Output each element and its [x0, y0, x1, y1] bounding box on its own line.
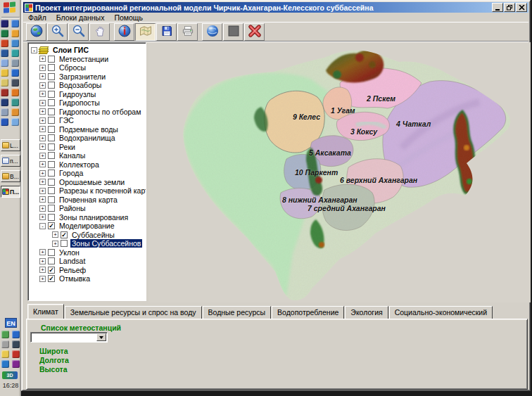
- app-shortcut-icon[interactable]: [1, 79, 8, 87]
- tray-icon[interactable]: [1, 350, 9, 358]
- expand-toggle-icon[interactable]: [39, 223, 46, 229]
- app-shortcut-icon[interactable]: [1, 20, 8, 27]
- tab-water-resources[interactable]: Водные ресурсы: [203, 306, 272, 319]
- full-extent-button[interactable]: [26, 23, 46, 41]
- expand-toggle-icon[interactable]: [39, 249, 46, 255]
- layer-checkbox[interactable]: [48, 222, 55, 229]
- identify-button[interactable]: [114, 23, 134, 41]
- meteostation-combobox[interactable]: [30, 332, 108, 343]
- expand-toggle-icon[interactable]: [39, 73, 46, 79]
- layer-checkbox[interactable]: [48, 187, 55, 194]
- expand-toggle-icon[interactable]: [39, 56, 46, 62]
- expand-toggle-icon[interactable]: [39, 108, 46, 115]
- tab-socioeconomic[interactable]: Социально-экономический: [389, 306, 493, 319]
- expand-toggle-icon[interactable]: [31, 47, 37, 53]
- tree-item[interactable]: Зоны планирования: [30, 213, 146, 222]
- task-window-button[interactable]: П...: [1, 186, 20, 198]
- expand-toggle-icon[interactable]: [39, 179, 46, 185]
- app-shortcut-icon[interactable]: [1, 118, 8, 126]
- minimize-button[interactable]: [492, 3, 503, 12]
- expand-toggle-icon[interactable]: [39, 205, 46, 212]
- tree-item[interactable]: Суббасейны: [30, 231, 146, 240]
- tray-icon[interactable]: [12, 331, 20, 338]
- app-shortcut-icon[interactable]: [11, 69, 19, 77]
- expand-toggle-icon[interactable]: [39, 161, 46, 167]
- task-window-button[interactable]: п...: [1, 155, 20, 167]
- exit-button[interactable]: [244, 23, 265, 41]
- tree-item[interactable]: Орошаемые земли: [30, 178, 146, 187]
- tree-item[interactable]: Гидропосты: [30, 98, 146, 108]
- app-shortcut-icon[interactable]: [11, 59, 19, 67]
- app-shortcut-icon[interactable]: [1, 49, 8, 57]
- expand-toggle-icon[interactable]: [39, 153, 46, 159]
- tree-item[interactable]: Города: [30, 169, 146, 178]
- app-shortcut-icon[interactable]: [1, 30, 8, 37]
- layer-checkbox[interactable]: [48, 196, 55, 203]
- expand-toggle-icon[interactable]: [52, 241, 58, 247]
- app-shortcut-icon[interactable]: [11, 49, 19, 57]
- layer-checkbox[interactable]: [48, 134, 55, 141]
- tree-item[interactable]: Разрезы к почвенной карте: [30, 186, 146, 196]
- layer-checkbox[interactable]: [61, 231, 68, 238]
- pan-button[interactable]: [89, 23, 110, 41]
- layer-checkbox[interactable]: [48, 82, 55, 89]
- tree-item[interactable]: Моделирование: [30, 222, 146, 231]
- tree-item[interactable]: Каналы: [30, 151, 146, 160]
- layer-checkbox[interactable]: [48, 267, 55, 274]
- layer-checkbox[interactable]: [61, 240, 68, 247]
- tree-item[interactable]: Гидроузлы: [30, 90, 146, 99]
- app-shortcut-icon[interactable]: [11, 98, 19, 106]
- layer-checkbox[interactable]: [48, 152, 55, 159]
- app-shortcut-icon[interactable]: [1, 108, 8, 116]
- close-button[interactable]: [516, 3, 527, 12]
- tab-water-consumption[interactable]: Водопотребление: [272, 306, 344, 319]
- save-button[interactable]: [156, 23, 177, 41]
- blank-button[interactable]: [223, 23, 243, 41]
- tree-root-gis-layers[interactable]: Слои ГИС: [30, 46, 146, 55]
- tree-item[interactable]: Водозаборы: [30, 81, 146, 90]
- app-shortcut-icon[interactable]: [11, 108, 19, 116]
- task-window-button[interactable]: B...: [1, 170, 20, 182]
- layer-checkbox[interactable]: [48, 73, 55, 80]
- layer-checkbox[interactable]: [48, 257, 55, 264]
- layer-checkbox[interactable]: [48, 99, 55, 106]
- app-shortcut-icon[interactable]: [1, 39, 8, 47]
- tray-icon[interactable]: [1, 331, 9, 338]
- tree-item[interactable]: Зоны Суббассейнов: [30, 239, 146, 248]
- app-shortcut-icon[interactable]: [1, 69, 8, 77]
- expand-toggle-icon[interactable]: [39, 276, 46, 282]
- menu-data-blocks[interactable]: Блоки данных: [51, 13, 110, 22]
- restore-button[interactable]: [504, 3, 515, 12]
- menu-help[interactable]: Помощь: [109, 13, 148, 22]
- layer-checkbox[interactable]: [48, 91, 55, 98]
- tree-item[interactable]: Реки: [30, 143, 146, 152]
- title-bar[interactable]: Проект интегрированной региональной моде…: [23, 2, 528, 13]
- tree-item[interactable]: Landsat: [30, 257, 146, 266]
- zoom-in-button[interactable]: [47, 23, 68, 41]
- expand-toggle-icon[interactable]: [39, 65, 46, 71]
- tray-3d-icon[interactable]: 3D: [2, 371, 18, 379]
- tree-item[interactable]: Уклон: [30, 248, 146, 257]
- map-view[interactable]: 2 Пскем1 Угам9 Келес4 Чаткал3 Коксу5 Акс…: [148, 42, 531, 302]
- layer-checkbox[interactable]: [48, 179, 55, 186]
- expand-toggle-icon[interactable]: [39, 126, 46, 132]
- app-shortcut-icon[interactable]: [11, 20, 19, 27]
- app-shortcut-icon[interactable]: [11, 30, 19, 37]
- combobox-dropdown-icon[interactable]: [96, 333, 106, 341]
- layer-checkbox[interactable]: [48, 170, 55, 177]
- tree-item[interactable]: Подземные воды: [30, 125, 146, 134]
- zoom-out-button[interactable]: [68, 23, 89, 41]
- expand-toggle-icon[interactable]: [52, 231, 58, 238]
- tree-item[interactable]: Отмывка: [30, 274, 146, 283]
- layer-checkbox[interactable]: [48, 143, 55, 151]
- expand-toggle-icon[interactable]: [39, 100, 46, 106]
- app-shortcut-icon[interactable]: [11, 89, 19, 96]
- language-indicator[interactable]: EN: [5, 318, 17, 328]
- expand-toggle-icon[interactable]: [39, 196, 46, 203]
- task-window-button[interactable]: L...: [1, 139, 20, 151]
- layer-checkbox[interactable]: [48, 249, 55, 256]
- layer-checkbox[interactable]: [48, 275, 55, 282]
- layer-checkbox[interactable]: [48, 64, 55, 71]
- tree-item[interactable]: Почвенная карта: [30, 196, 146, 205]
- app-shortcut-icon[interactable]: [1, 98, 8, 106]
